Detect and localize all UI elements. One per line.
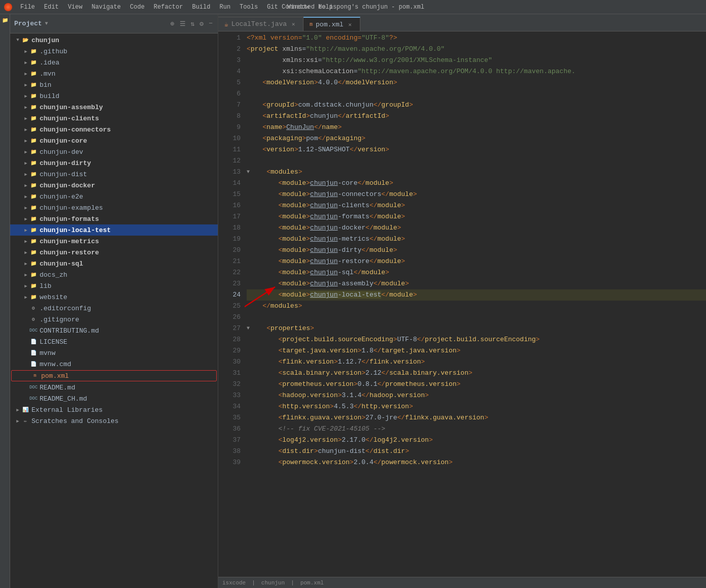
metrics-folder-icon: 📁 [29, 238, 38, 245]
tree-item-chunjun-clients[interactable]: ▶ 📁 chunjun-clients [10, 113, 218, 124]
code-content-29: <target.java.version>1.8</target.java.ve… [247, 345, 460, 356]
line-num-1: 1 [218, 32, 241, 44]
line-num-33: 33 [218, 390, 241, 401]
tree-item-chunjun-examples[interactable]: ▶ 📁 chunjun-examples [10, 202, 218, 213]
examples-folder-icon: 📁 [29, 204, 38, 211]
tree-item-scratches[interactable]: ▶ ✏ Scratches and Consoles [10, 415, 218, 427]
menu-refactor[interactable]: Refactor [150, 3, 187, 12]
line-num-14: 14 [218, 178, 241, 189]
localtest-tab-close[interactable]: ✕ [290, 21, 297, 28]
code-content-21: <module>chunjun-restore</module> [247, 256, 405, 267]
tree-item-chunjun-core[interactable]: ▶ 📁 chunjun-core [10, 135, 218, 146]
tree-item-bin[interactable]: ▶ 📁 bin [10, 79, 218, 90]
root-folder-icon: 📂 [21, 37, 29, 44]
code-line-23: <module>chunjun-assembly</module> [247, 278, 706, 289]
tree-item-chunjun-docker[interactable]: ▶ 📁 chunjun-docker [10, 180, 218, 191]
tab-localtest[interactable]: ☕ LocalTest.java ✕ [218, 17, 304, 31]
tree-item-chunjun-formats[interactable]: ▶ 📁 chunjun-formats [10, 213, 218, 224]
docs-label: docs_zh [40, 271, 68, 279]
fold-27-icon[interactable]: ▼ [247, 323, 250, 334]
pomxml-tab-close[interactable]: ✕ [347, 21, 354, 28]
line-num-20: 20 [218, 245, 241, 256]
activity-project[interactable]: 📁 [1, 16, 9, 24]
tree-item-gitignore[interactable]: ▶ ⚙ .gitignore [10, 314, 218, 325]
code-content-37: <log4j2.version>2.17.0</log4j2.version> [247, 435, 433, 446]
menu-file[interactable]: File [16, 3, 39, 12]
tree-item-idea[interactable]: ▶ 📁 .idea [10, 57, 218, 68]
close-sidebar-icon[interactable]: − [208, 19, 214, 29]
tree-item-chunjun-local-test[interactable]: ▶ 📁 chunjun-local-test [10, 224, 218, 236]
tree-item-chunjun-restore[interactable]: ▶ 📁 chunjun-restore [10, 247, 218, 258]
assembly-folder-icon: 📁 [29, 104, 38, 111]
bin-label: bin [40, 81, 51, 89]
ext-lib-label: External Libraries [31, 406, 103, 414]
tree-item-github[interactable]: ▶ 📁 .github [10, 46, 218, 57]
code-line-26 [247, 312, 706, 323]
line-num-6: 6 [218, 88, 241, 100]
tree-item-chunjun-sql[interactable]: ▶ 📁 chunjun-sql [10, 258, 218, 269]
tree-item-docs-zh[interactable]: ▶ 📁 docs_zh [10, 269, 218, 280]
tree-item-editorconfig[interactable]: ▶ ⚙ .editorconfig [10, 303, 218, 314]
tree-item-chunjun-connectors[interactable]: ▶ 📁 chunjun-connectors [10, 124, 218, 135]
code-line-30: <flink.version>1.12.7</flink.version> [247, 356, 706, 368]
code-line-7: <groupId>com.dtstack.chunjun</groupId> [247, 100, 706, 111]
code-line-37: <log4j2.version>2.17.0</log4j2.version> [247, 435, 706, 446]
tab-pomxml[interactable]: m pom.xml ✕ [304, 17, 360, 31]
tree-item-mvn[interactable]: ▶ 📁 .mvn [10, 68, 218, 79]
tree-item-mvnw[interactable]: ▶ 📄 mvnw [10, 347, 218, 358]
menu-code[interactable]: Code [126, 3, 149, 12]
sort-icon[interactable]: ⇅ [190, 19, 196, 29]
bulb-icon[interactable]: 💡 [245, 289, 246, 301]
scratches-label: Scratches and Consoles [31, 417, 119, 425]
tree-item-mvnw-cmd[interactable]: ▶ 📄 mvnw.cmd [10, 358, 218, 370]
line-num-19: 19 [218, 234, 241, 245]
line-num-4: 4 [218, 66, 241, 77]
idea-folder-icon: 📁 [29, 59, 38, 66]
tree-item-readme[interactable]: ▶ DOC README.md [10, 382, 218, 393]
tree-item-contributing[interactable]: ▶ DOC CONTRIBUTING.md [10, 325, 218, 336]
code-line-4: xsi:schemaLocation="http://maven.apache.… [247, 66, 706, 77]
tree-root-chunjun[interactable]: ▼ 📂 chunjun [10, 35, 218, 46]
tree-item-external-libraries[interactable]: ▶ 📊 External Libraries [10, 404, 218, 415]
tree-item-chunjun-dev[interactable]: ▶ 📁 chunjun-dev [10, 146, 218, 157]
sql-label: chunjun-sql [40, 260, 83, 268]
code-content-34: <http.version>4.5.3</http.version> [247, 401, 413, 412]
docs-arrow-icon: ▶ [22, 272, 29, 278]
pomxml-tab-label: pom.xml [316, 21, 344, 28]
tree-item-chunjun-dist[interactable]: ▶ 📁 chunjun-dist [10, 169, 218, 180]
status-file: pom.xml [300, 580, 324, 586]
tree-item-chunjun-dirty[interactable]: ▶ 📁 chunjun-dirty [10, 157, 218, 169]
tree-item-readme-ch[interactable]: ▶ DOC README_CH.md [10, 393, 218, 404]
menu-tools[interactable]: Tools [236, 3, 262, 12]
menu-edit[interactable]: Edit [40, 3, 63, 12]
scratches-icon: ✏ [21, 417, 29, 424]
tree-item-chunjun-assembly[interactable]: ▶ 📁 chunjun-assembly [10, 102, 218, 113]
fold-13-icon[interactable]: ▼ [247, 167, 250, 178]
collapse-icon[interactable]: ☰ [179, 19, 187, 29]
sync-icon[interactable]: ⊕ [170, 19, 176, 29]
code-line-10: <packaging>pom</packaging> [247, 133, 706, 144]
tree-item-chunjun-metrics[interactable]: ▶ 📁 chunjun-metrics [10, 236, 218, 247]
tree-item-pom-xml[interactable]: ▶ m pom.xml [11, 370, 217, 381]
tab-bar: ☕ LocalTest.java ✕ m pom.xml ✕ [218, 14, 706, 31]
readme-ch-icon: DOC [29, 395, 38, 402]
dev-arrow-icon: ▶ [22, 149, 29, 155]
code-content-25: </modules> [247, 301, 302, 312]
pomxml-tab-icon: m [310, 22, 313, 27]
code-area[interactable]: <?xml version="1.0" encoding="UTF-8"?> <… [245, 31, 706, 577]
menu-view[interactable]: View [64, 3, 87, 12]
tree-item-chunjun-e2e[interactable]: ▶ 📁 chunjun-e2e [10, 191, 218, 202]
line-num-11: 11 [218, 144, 241, 155]
menu-run[interactable]: Run [215, 3, 234, 12]
license-icon: 📄 [29, 338, 38, 345]
tree-item-website[interactable]: ▶ 📁 website [10, 291, 218, 303]
line-num-3: 3 [218, 55, 241, 66]
tree-item-lib[interactable]: ▶ 📁 lib [10, 280, 218, 291]
menu-git[interactable]: Git [263, 3, 282, 12]
tree-item-build[interactable]: ▶ 📁 build [10, 90, 218, 102]
settings-icon[interactable]: ⚙ [198, 19, 205, 29]
tree-item-license[interactable]: ▶ 📄 LICENSE [10, 336, 218, 347]
menu-build[interactable]: Build [188, 3, 214, 12]
menu-navigate[interactable]: Navigate [87, 3, 125, 12]
restore-folder-icon: 📁 [29, 249, 38, 256]
